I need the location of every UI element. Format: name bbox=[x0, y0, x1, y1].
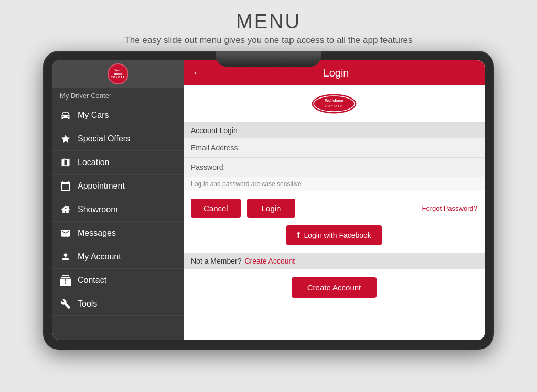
sidebar-logo: WolfchaseTOYOTA bbox=[52, 60, 184, 88]
cancel-button[interactable]: Cancel bbox=[191, 199, 241, 218]
password-label: Password: bbox=[191, 163, 249, 171]
sidebar-item-tools[interactable]: Tools bbox=[52, 292, 184, 316]
sidebar-label-location: Location bbox=[78, 158, 110, 167]
sidebar-item-contact[interactable]: Contact bbox=[52, 269, 184, 292]
main-content: ← Login Wolfchase TOYOTA Account Login bbox=[184, 60, 485, 340]
sidebar-item-special-offers[interactable]: Special Offers bbox=[52, 127, 184, 151]
sidebar-item-appointment[interactable]: Appointment bbox=[52, 175, 184, 198]
sidebar-item-showroom[interactable]: Showroom bbox=[52, 198, 184, 222]
login-header-title: Login bbox=[212, 67, 460, 79]
sidebar-label-contact: Contact bbox=[78, 276, 106, 285]
sidebar-label-my-account: My Account bbox=[78, 252, 121, 262]
sidebar-label-messages: Messages bbox=[78, 228, 116, 238]
login-header: ← Login bbox=[184, 60, 485, 85]
brand-logo-badge: WolfchaseTOYOTA bbox=[108, 63, 128, 84]
tools-icon bbox=[60, 298, 71, 310]
svg-point-0 bbox=[312, 94, 356, 113]
envelope-icon bbox=[60, 227, 71, 239]
page-subtitle: The easy slide out menu gives you one ta… bbox=[124, 35, 412, 46]
hint-text: Log-in and password are case sensitive bbox=[184, 177, 485, 191]
wolfchase-toyota-logo: Wolfchase TOYOTA bbox=[310, 93, 358, 115]
forgot-password-link[interactable]: Forgot Password? bbox=[422, 204, 478, 212]
calendar-icon bbox=[60, 180, 71, 192]
app-screen: WolfchaseTOYOTA My Driver Center My Cars… bbox=[52, 60, 485, 340]
sidebar-label-special-offers: Special Offers bbox=[78, 134, 130, 144]
facebook-icon: f bbox=[297, 231, 299, 240]
brand-logo-area: Wolfchase TOYOTA bbox=[184, 85, 485, 123]
not-member-row: Not a Member? Create Account bbox=[184, 253, 485, 269]
login-button[interactable]: Login bbox=[247, 199, 296, 218]
email-label: Email Address: bbox=[191, 144, 249, 152]
create-account-link[interactable]: Create Account bbox=[244, 257, 295, 265]
contact-icon bbox=[60, 275, 71, 286]
sidebar-label-tools: Tools bbox=[78, 299, 97, 309]
password-row: Password: bbox=[184, 158, 485, 177]
device-frame: WolfchaseTOYOTA My Driver Center My Cars… bbox=[43, 51, 494, 350]
email-input[interactable] bbox=[249, 144, 477, 152]
sidebar-item-my-cars[interactable]: My Cars bbox=[52, 104, 184, 127]
page-title: MENU bbox=[124, 10, 412, 33]
star-icon bbox=[60, 133, 71, 145]
svg-text:Wolfchase: Wolfchase bbox=[325, 99, 343, 102]
sidebar-label-my-cars: My Cars bbox=[78, 111, 109, 120]
map-icon bbox=[60, 157, 71, 168]
login-buttons-row: Cancel Login Forgot Password? bbox=[184, 191, 485, 225]
sidebar-label-appointment: Appointment bbox=[78, 181, 125, 191]
password-input[interactable] bbox=[249, 163, 477, 171]
facebook-button-label: Login with Facebook bbox=[304, 231, 371, 239]
facebook-row: f Login with Facebook bbox=[184, 225, 485, 253]
person-icon bbox=[60, 251, 71, 263]
back-button[interactable]: ← bbox=[192, 66, 203, 80]
not-member-text: Not a Member? bbox=[191, 257, 241, 265]
brand-logo-text: WolfchaseTOYOTA bbox=[111, 69, 125, 79]
sidebar-item-messages[interactable]: Messages bbox=[52, 222, 184, 245]
sidebar-label-showroom: Showroom bbox=[78, 205, 117, 214]
sidebar-item-my-account[interactable]: My Account bbox=[52, 245, 184, 269]
sidebar-item-location[interactable]: Location bbox=[52, 151, 184, 175]
top-text-area: MENU The easy slide out menu gives you o… bbox=[114, 0, 423, 51]
svg-text:TOYOTA: TOYOTA bbox=[325, 104, 343, 107]
car-icon bbox=[60, 110, 71, 121]
showroom-icon bbox=[60, 204, 71, 215]
driver-center-label: My Driver Center bbox=[52, 88, 184, 104]
account-login-title: Account Login bbox=[184, 123, 485, 138]
create-account-button[interactable]: Create Account bbox=[292, 277, 377, 298]
email-row: Email Address: bbox=[184, 138, 485, 158]
create-account-section: Create Account bbox=[184, 269, 485, 306]
facebook-login-button[interactable]: f Login with Facebook bbox=[286, 225, 382, 245]
login-content: Wolfchase TOYOTA Account Login Email Add… bbox=[184, 85, 485, 340]
sidebar: WolfchaseTOYOTA My Driver Center My Cars… bbox=[52, 60, 184, 340]
account-login-section: Account Login Email Address: Password: L… bbox=[184, 123, 485, 191]
